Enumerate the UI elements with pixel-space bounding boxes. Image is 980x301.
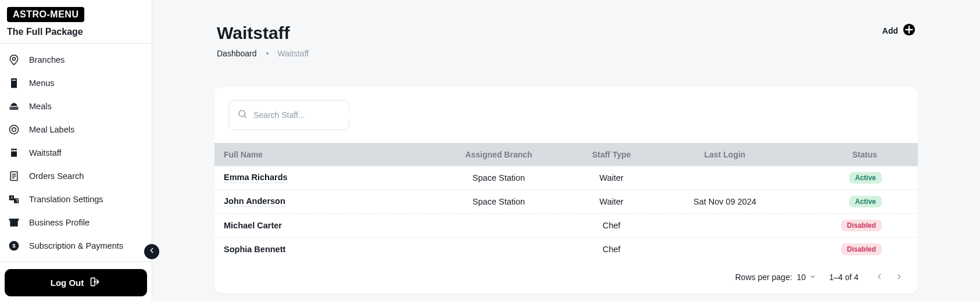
sidebar-header: ASTRO-MENU The Full Package (0, 0, 152, 44)
table-row[interactable]: Michael CarterChefDisabled (214, 214, 918, 238)
svg-point-5 (13, 149, 15, 150)
main-content: Waitstaff Dashboard Waitstaff Add (152, 0, 980, 301)
rows-per-page-select[interactable]: 10 (797, 273, 817, 282)
col-header-login: Last Login (661, 143, 789, 166)
svg-point-3 (11, 149, 13, 150)
cell-type: Chef (562, 215, 661, 236)
rows-per-page: Rows per page: 10 (735, 273, 817, 282)
sidebar-item-label: Waitstaff (29, 148, 62, 157)
status-badge: Active (849, 196, 882, 207)
waitstaff-icon (8, 147, 20, 159)
staff-card: Full Name Assigned Branch Staff Type Las… (214, 87, 918, 293)
search-input-container[interactable] (228, 100, 349, 130)
svg-point-1 (10, 126, 19, 134)
sidebar-item-label: Meal Labels (29, 125, 74, 134)
table-row[interactable]: John AndersonSpace StationWaiterSat Nov … (214, 190, 918, 214)
col-header-status: Status (789, 143, 918, 166)
sidebar-item-meals[interactable]: Meals (0, 95, 152, 118)
cell-type: Waiter (562, 191, 661, 212)
pagination-range: 1–4 of 4 (829, 273, 859, 282)
svg-text:文: 文 (16, 198, 19, 202)
sidebar-item-label: Branches (29, 55, 65, 64)
sidebar: ASTRO-MENU The Full Package Branches Men… (0, 0, 152, 301)
chevron-down-icon (809, 273, 816, 282)
orders-search-icon (8, 170, 20, 182)
plus-circle-icon (903, 23, 915, 38)
col-header-branch: Assigned Branch (435, 143, 562, 166)
translation-icon: A文 (8, 193, 20, 205)
cell-status: Active (789, 190, 918, 213)
chevron-left-icon (148, 246, 156, 257)
svg-text:$: $ (12, 243, 15, 249)
breadcrumb: Dashboard Waitstaff (217, 49, 309, 58)
breadcrumb-root[interactable]: Dashboard (217, 49, 257, 58)
cell-login (661, 243, 789, 255)
cell-name: Michael Carter (214, 215, 435, 236)
brand-logo: ASTRO-MENU (7, 7, 84, 22)
col-header-type: Staff Type (562, 143, 661, 166)
page-header: Waitstaff Dashboard Waitstaff Add (214, 23, 918, 58)
cell-name: Emma Richards (214, 167, 435, 189)
sidebar-item-meal-labels[interactable]: Meal Labels (0, 118, 152, 141)
cell-branch (435, 220, 562, 231)
cell-type: Chef (562, 239, 661, 260)
chevron-left-icon (875, 272, 884, 283)
sidebar-item-orders-search[interactable]: Orders Search (0, 164, 152, 188)
sidebar-item-business-profile[interactable]: Business Profile (0, 211, 152, 234)
breadcrumb-current: Waitstaff (278, 49, 309, 58)
status-badge: Active (849, 172, 882, 184)
logout-icon (90, 276, 101, 289)
sidebar-item-label: Orders Search (29, 171, 84, 181)
sidebar-item-waitstaff[interactable]: Waitstaff (0, 141, 152, 164)
cell-login (661, 172, 789, 184)
sidebar-item-translation[interactable]: A文 Translation Settings (0, 188, 152, 211)
table-row[interactable]: Emma RichardsSpace StationWaiterActive (214, 166, 918, 190)
cell-status: Disabled (789, 214, 918, 237)
rows-per-page-label: Rows per page: (735, 273, 792, 282)
chevron-right-icon (895, 272, 904, 283)
menus-icon (8, 77, 20, 89)
package-name: The Full Package (7, 27, 145, 37)
add-button[interactable]: Add (882, 23, 915, 38)
sidebar-item-label: Meals (29, 102, 52, 111)
cell-name: John Anderson (214, 191, 435, 213)
table-footer: Rows per page: 10 1–4 of 4 (214, 261, 918, 293)
next-page-button[interactable] (891, 269, 907, 285)
status-badge: Disabled (841, 243, 882, 255)
meal-labels-icon (8, 124, 20, 135)
sidebar-item-label: Translation Settings (29, 195, 103, 204)
cell-status: Disabled (789, 238, 918, 261)
add-label: Add (882, 26, 898, 35)
svg-text:A: A (10, 196, 13, 199)
svg-point-2 (12, 128, 16, 132)
breadcrumb-separator (266, 52, 269, 55)
sidebar-collapse-button[interactable] (144, 244, 159, 259)
cell-branch (435, 243, 562, 255)
sidebar-footer: Log Out (0, 261, 152, 301)
sidebar-item-label: Subscription & Payments (29, 241, 123, 250)
business-profile-icon (8, 217, 20, 228)
pagination-controls (871, 269, 907, 285)
cell-login: Sat Nov 09 2024 (661, 191, 789, 212)
rows-per-page-value: 10 (797, 273, 806, 282)
sidebar-item-subscription[interactable]: $ Subscription & Payments (0, 234, 152, 257)
table-row[interactable]: Sophia BennettChefDisabled (214, 238, 918, 261)
sidebar-item-menus[interactable]: Menus (0, 71, 152, 95)
col-header-name: Full Name (214, 143, 435, 166)
cell-status: Active (789, 166, 918, 189)
search-input[interactable] (253, 110, 355, 120)
sidebar-nav: Branches Menus Meals Meal Labels Waitsta… (0, 44, 152, 261)
branches-icon (8, 54, 20, 66)
cell-type: Waiter (562, 167, 661, 188)
svg-point-4 (15, 149, 17, 150)
svg-point-0 (13, 58, 16, 60)
logout-label: Log Out (51, 278, 84, 288)
subscription-icon: $ (8, 240, 20, 252)
sidebar-item-branches[interactable]: Branches (0, 48, 152, 71)
status-badge: Disabled (841, 220, 882, 231)
cell-name: Sophia Bennett (214, 239, 435, 260)
prev-page-button[interactable] (871, 269, 888, 285)
page-title: Waitstaff (217, 23, 309, 43)
table-body: Emma RichardsSpace StationWaiterActiveJo… (214, 166, 918, 261)
logout-button[interactable]: Log Out (5, 269, 147, 296)
